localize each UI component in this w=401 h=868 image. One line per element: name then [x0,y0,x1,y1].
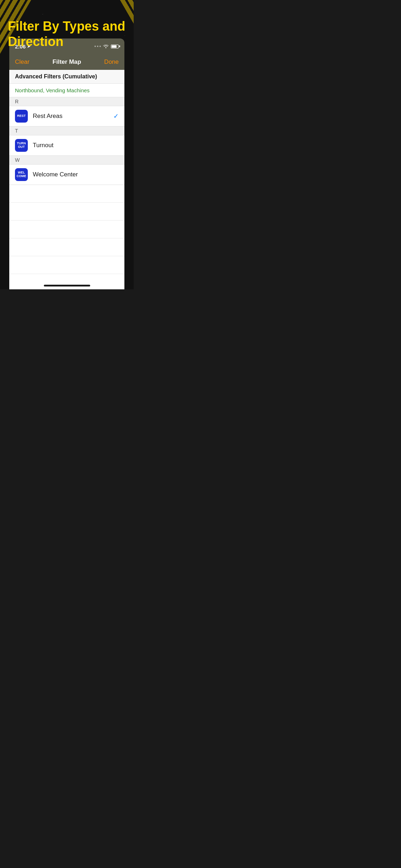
rest-areas-label: Rest Areas [33,113,62,120]
turnout-label: Turnout [33,142,53,149]
nav-bar: Clear Filter Map Done [9,54,124,70]
list-item-left: REST Rest Areas [15,110,62,123]
empty-row-2 [9,203,124,221]
phone-sheet: 2:06 ➤ Clear Filter Map Done [9,38,124,289]
list-item-turnout[interactable]: TURNOUT Turnout [9,135,124,156]
nav-title: Filter Map [52,58,81,66]
home-indicator [44,285,90,286]
clear-button[interactable]: Clear [15,58,30,66]
empty-row-6 [9,274,124,289]
active-filters-row: Northbound, Vending Machines [9,84,124,97]
page-title: Filter By Types and Direction [8,19,126,49]
welcome-center-label: Welcome Center [33,171,78,178]
rest-areas-icon: REST [15,110,28,123]
empty-row-1 [9,185,124,203]
section-header-r: R [9,97,124,106]
list-item-rest-areas[interactable]: REST Rest Areas ✓ [9,106,124,126]
empty-row-3 [9,221,124,238]
welcome-center-icon: WELCOME [15,168,28,181]
done-button[interactable]: Done [104,58,119,66]
content-list: Advanced Filters (Cumulative) Northbound… [9,70,124,289]
advanced-filters-header: Advanced Filters (Cumulative) [9,70,124,84]
section-header-t: T [9,126,124,135]
section-header-w: W [9,156,124,165]
list-item-welcome-center[interactable]: WELCOME Welcome Center [9,165,124,185]
rest-areas-checkmark: ✓ [113,112,119,120]
list-item-left: TURNOUT Turnout [15,139,53,152]
list-item-left: WELCOME Welcome Center [15,168,78,181]
empty-row-5 [9,256,124,274]
empty-row-4 [9,238,124,256]
turnout-icon: TURNOUT [15,139,28,152]
